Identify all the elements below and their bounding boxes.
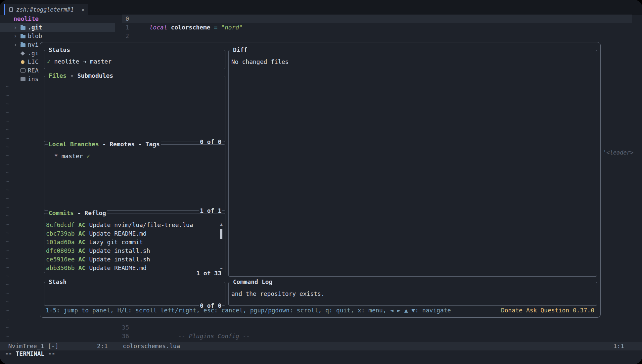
tree-item-label: ins [28,75,39,83]
scrollbar-thumb[interactable] [220,229,222,239]
line-number: 35 [109,323,129,332]
tab-submodules[interactable]: - Submodules [67,71,113,80]
branch-star: * [54,153,62,159]
commit-row[interactable]: ce5916eeACUpdate install.sh [44,255,225,264]
scrollbar[interactable]: ▲ ▼ [219,222,224,271]
tabline: zsh;#toggleterm#1 × [0,0,642,15]
variable-token: colorscheme [171,24,214,31]
chevron-right-icon[interactable]: › [14,23,21,32]
commits-panel[interactable]: Commits - Reflog 8cf6dcdfACUpdate nvim/l… [44,213,225,273]
commit-row[interactable]: 8cf6dcdfACUpdate nvim/lua/file-tree.lua [44,221,225,229]
folder-icon [21,34,28,38]
tree-item-label: nvi [28,40,39,49]
version-label: 0.37.0 [573,306,594,315]
file-icon [9,7,13,12]
branches-panel[interactable]: Local Branches - Remotes - Tags * master… [44,144,225,211]
tilde-column: ~~~~~~~~~~~~~~~~~~~~~~~~~~~~~~ [6,82,9,341]
git-icon [21,52,28,55]
command-log-body: and the repository exists. [229,282,597,298]
code-line[interactable]: local colorscheme = "nord" [135,15,243,23]
commit-list: 8cf6dcdfACUpdate nvim/lua/file-tree.lua … [44,213,225,272]
commits-panel-title[interactable]: Commits - Reflog [48,209,107,217]
commit-message: Update install.sh [89,255,150,264]
code-line[interactable]: -- Plugins Config -- [164,323,250,332]
commit-row[interactable]: cbc739abACUpdate README.md [44,229,225,238]
stash-panel-title: Stash [48,278,68,286]
tab-reflog[interactable]: - Reflog [74,209,106,217]
code-line[interactable]: if colorscheme == "onedark" then [135,32,264,40]
license-icon [21,60,28,64]
tree-item-blob[interactable]: › blob [0,32,115,40]
lazygit-float-window: Status ✓ neolite → master Files - Submod… [40,42,601,318]
leader-hint: '<leader> [603,148,633,157]
statusline-cursor: 2:1 [97,342,108,350]
tree-root-folder[interactable]: neolite [0,15,115,23]
neovim-window: zsh;#toggleterm#1 × 0 1 2 local colorsch… [0,0,642,364]
keyword-token: local [149,24,171,31]
command-log-panel[interactable]: Command Log and the repository exists. [228,282,597,306]
commit-row[interactable]: dfc08093ACUpdate install.sh [44,247,225,255]
readme-icon [21,68,28,72]
tree-item-label: .git [28,23,42,32]
folder-icon [21,43,28,47]
tree-item-label: .gi [28,49,39,58]
check-icon: ✓ [47,58,54,65]
branch-name: master [62,153,87,159]
chevron-right-icon[interactable]: › [14,32,21,40]
check-icon: ✓ [87,153,90,159]
statusline: NvimTree_1 [-] 2:1 colorschemes.lua 1:1 [0,342,642,350]
commit-message: Update nvim/lua/file-tree.lua [89,221,193,229]
tree-item-git[interactable]: › .git [0,23,115,32]
commit-hash: 101ad60a [46,238,75,247]
status-panel-title: Status [48,46,71,54]
tree-item-label: LIC [28,58,39,66]
mode-indicator: -- TERMINAL -- [5,349,55,358]
diff-panel[interactable]: Diff No changed files [228,50,597,277]
tab-files[interactable]: Files [49,71,67,80]
diff-panel-title: Diff [232,46,248,54]
active-tab-indicator [4,4,5,15]
status-panel-body: ✓ neolite → master [44,50,225,66]
commit-message: Update install.sh [89,247,150,255]
branches-panel-title[interactable]: Local Branches - Remotes - Tags [48,140,161,149]
chevron-right-icon[interactable]: › [14,40,21,49]
string-token: "nord" [221,24,243,31]
tree-item-label: blob [28,32,42,40]
tab-title: zsh;#toggleterm#1 [16,6,78,13]
tab-commits[interactable]: Commits [49,209,74,217]
commit-author: AC [78,229,86,238]
commit-hash: ce5916ee [46,255,75,264]
commit-author: AC [78,264,86,272]
files-panel-title[interactable]: Files - Submodules [48,71,114,80]
files-panel[interactable]: Files - Submodules 0 of 0 [44,76,225,142]
tree-item-label: REA [28,66,39,75]
status-panel[interactable]: Status ✓ neolite → master [44,50,225,69]
line-number: 36 [109,332,129,341]
commit-author: AC [78,247,86,255]
commit-author: AC [78,238,86,247]
tab-local-branches[interactable]: Local Branches [49,140,99,149]
lazygit-footer: 1-5: jump to panel, H/L: scroll left/rig… [46,306,594,315]
commit-message: Update README.md [89,229,146,238]
commit-author: AC [78,255,86,264]
commit-hash: cbc739ab [46,229,75,238]
commit-author: AC [78,221,86,229]
donate-link[interactable]: Donate [501,306,523,315]
commit-hash: 8cf6dcdf [46,221,75,229]
commit-row[interactable]: 101ad60aACLazy git commit [44,238,225,247]
tab-remotes-tags[interactable]: - Remotes - Tags [99,140,160,149]
ask-question-link[interactable]: Ask Question [526,306,569,315]
commit-message: Lazy git commit [89,238,143,247]
repo-branch-text: neolite → master [54,58,112,65]
stash-panel[interactable]: Stash 0 of 0 [44,282,225,306]
code-line[interactable]: diagnostics = { [164,332,232,341]
terminal-tab[interactable]: zsh;#toggleterm#1 × [4,4,88,15]
commit-message: Update README.md [89,264,146,272]
statusline-filename: colorschemes.lua [123,342,180,350]
scroll-up-icon[interactable]: ▲ [219,222,224,226]
operator-token: = [214,24,221,31]
commit-hash: dfc08093 [46,247,75,255]
command-log-title: Command Log [232,278,273,286]
close-icon[interactable]: × [81,6,85,13]
shell-icon [21,77,28,81]
